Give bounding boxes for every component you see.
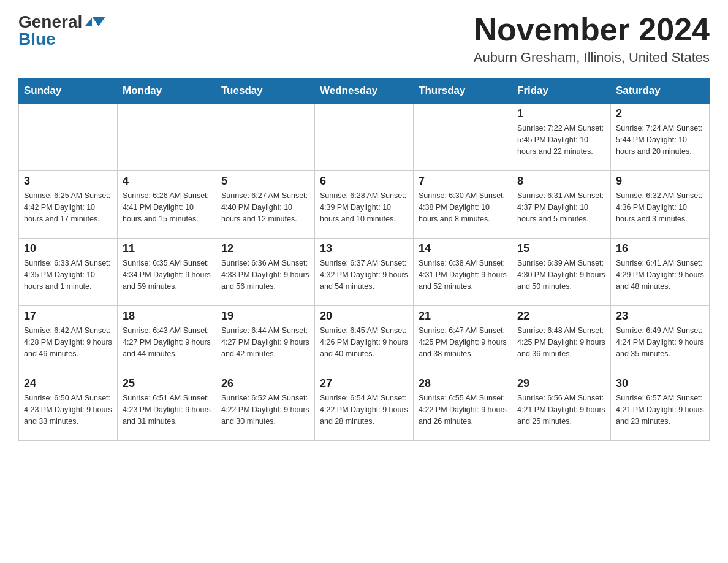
day-number: 7 [419, 175, 507, 188]
calendar-week-row: 1Sunrise: 7:22 AM Sunset: 5:45 PM Daylig… [19, 104, 710, 171]
day-number: 16 [616, 242, 704, 255]
day-info: Sunrise: 6:30 AM Sunset: 4:38 PM Dayligh… [419, 190, 507, 224]
day-number: 10 [24, 242, 112, 255]
day-info: Sunrise: 6:32 AM Sunset: 4:36 PM Dayligh… [616, 190, 704, 224]
day-number: 3 [24, 175, 112, 188]
title-area: November 2024 Auburn Gresham, Illinois, … [474, 12, 710, 66]
day-info: Sunrise: 6:27 AM Sunset: 4:40 PM Dayligh… [221, 190, 309, 224]
calendar-cell [216, 104, 315, 171]
day-number: 14 [419, 242, 507, 255]
day-number: 13 [320, 242, 408, 255]
day-info: Sunrise: 6:26 AM Sunset: 4:41 PM Dayligh… [123, 190, 211, 224]
day-info: Sunrise: 6:44 AM Sunset: 4:27 PM Dayligh… [221, 325, 309, 359]
weekday-header-friday: Friday [512, 79, 611, 104]
weekday-header-monday: Monday [118, 79, 216, 104]
calendar-cell: 8Sunrise: 6:31 AM Sunset: 4:37 PM Daylig… [512, 171, 611, 239]
day-number: 1 [517, 107, 605, 120]
calendar-cell: 28Sunrise: 6:55 AM Sunset: 4:22 PM Dayli… [414, 373, 512, 441]
location-subtitle: Auburn Gresham, Illinois, United States [474, 50, 710, 66]
day-number: 28 [419, 377, 507, 390]
calendar-cell [118, 104, 216, 171]
weekday-header-thursday: Thursday [414, 79, 512, 104]
calendar-cell: 1Sunrise: 7:22 AM Sunset: 5:45 PM Daylig… [512, 104, 611, 171]
month-year-title: November 2024 [474, 12, 710, 47]
day-info: Sunrise: 7:24 AM Sunset: 5:44 PM Dayligh… [616, 123, 704, 157]
calendar-cell: 14Sunrise: 6:38 AM Sunset: 4:31 PM Dayli… [414, 239, 512, 306]
day-info: Sunrise: 6:37 AM Sunset: 4:32 PM Dayligh… [320, 258, 408, 292]
calendar-cell: 30Sunrise: 6:57 AM Sunset: 4:21 PM Dayli… [611, 373, 710, 441]
day-number: 23 [616, 310, 704, 323]
calendar-cell: 3Sunrise: 6:25 AM Sunset: 4:42 PM Daylig… [19, 171, 118, 239]
day-number: 11 [123, 242, 211, 255]
day-number: 8 [517, 175, 605, 188]
day-info: Sunrise: 6:57 AM Sunset: 4:21 PM Dayligh… [616, 393, 704, 427]
day-number: 5 [221, 175, 309, 188]
day-number: 19 [221, 310, 309, 323]
calendar-cell: 19Sunrise: 6:44 AM Sunset: 4:27 PM Dayli… [216, 306, 315, 373]
day-info: Sunrise: 6:25 AM Sunset: 4:42 PM Dayligh… [24, 190, 112, 224]
calendar-cell: 10Sunrise: 6:33 AM Sunset: 4:35 PM Dayli… [19, 239, 118, 306]
svg-marker-0 [92, 17, 105, 26]
calendar-cell: 18Sunrise: 6:43 AM Sunset: 4:27 PM Dayli… [118, 306, 216, 373]
day-number: 20 [320, 310, 408, 323]
calendar-cell: 27Sunrise: 6:54 AM Sunset: 4:22 PM Dayli… [315, 373, 414, 441]
calendar-cell: 25Sunrise: 6:51 AM Sunset: 4:23 PM Dayli… [118, 373, 216, 441]
day-info: Sunrise: 6:47 AM Sunset: 4:25 PM Dayligh… [419, 325, 507, 359]
calendar-week-row: 17Sunrise: 6:42 AM Sunset: 4:28 PM Dayli… [19, 306, 710, 373]
day-info: Sunrise: 6:35 AM Sunset: 4:34 PM Dayligh… [123, 258, 211, 292]
day-info: Sunrise: 6:39 AM Sunset: 4:30 PM Dayligh… [517, 258, 605, 292]
calendar-cell: 17Sunrise: 6:42 AM Sunset: 4:28 PM Dayli… [19, 306, 118, 373]
day-number: 18 [123, 310, 211, 323]
weekday-header-row: SundayMondayTuesdayWednesdayThursdayFrid… [19, 79, 710, 104]
logo-general-text: General [18, 12, 82, 31]
calendar-cell: 6Sunrise: 6:28 AM Sunset: 4:39 PM Daylig… [315, 171, 414, 239]
day-info: Sunrise: 6:36 AM Sunset: 4:33 PM Dayligh… [221, 258, 309, 292]
day-info: Sunrise: 6:41 AM Sunset: 4:29 PM Dayligh… [616, 258, 704, 292]
day-info: Sunrise: 6:54 AM Sunset: 4:22 PM Dayligh… [320, 393, 408, 427]
day-info: Sunrise: 6:31 AM Sunset: 4:37 PM Dayligh… [517, 190, 605, 224]
weekday-header-saturday: Saturday [611, 79, 710, 104]
day-info: Sunrise: 7:22 AM Sunset: 5:45 PM Dayligh… [517, 123, 605, 157]
calendar-cell: 5Sunrise: 6:27 AM Sunset: 4:40 PM Daylig… [216, 171, 315, 239]
calendar-cell: 21Sunrise: 6:47 AM Sunset: 4:25 PM Dayli… [414, 306, 512, 373]
calendar-cell: 13Sunrise: 6:37 AM Sunset: 4:32 PM Dayli… [315, 239, 414, 306]
logo: General Blue [18, 12, 92, 49]
calendar-cell: 4Sunrise: 6:26 AM Sunset: 4:41 PM Daylig… [118, 171, 216, 239]
calendar-cell: 26Sunrise: 6:52 AM Sunset: 4:22 PM Dayli… [216, 373, 315, 441]
weekday-header-tuesday: Tuesday [216, 79, 315, 104]
day-info: Sunrise: 6:38 AM Sunset: 4:31 PM Dayligh… [419, 258, 507, 292]
calendar-cell: 20Sunrise: 6:45 AM Sunset: 4:26 PM Dayli… [315, 306, 414, 373]
calendar-cell [315, 104, 414, 171]
calendar-cell: 24Sunrise: 6:50 AM Sunset: 4:23 PM Dayli… [19, 373, 118, 441]
header: General Blue November 2024 Auburn Gresha… [18, 12, 710, 66]
logo-arrow-icon [85, 18, 92, 26]
day-number: 12 [221, 242, 309, 255]
day-number: 6 [320, 175, 408, 188]
day-info: Sunrise: 6:51 AM Sunset: 4:23 PM Dayligh… [123, 393, 211, 427]
calendar-cell: 23Sunrise: 6:49 AM Sunset: 4:24 PM Dayli… [611, 306, 710, 373]
day-number: 26 [221, 377, 309, 390]
calendar-cell: 12Sunrise: 6:36 AM Sunset: 4:33 PM Dayli… [216, 239, 315, 306]
day-number: 15 [517, 242, 605, 255]
day-number: 27 [320, 377, 408, 390]
day-number: 22 [517, 310, 605, 323]
day-number: 2 [616, 107, 704, 120]
day-number: 25 [123, 377, 211, 390]
calendar-cell: 15Sunrise: 6:39 AM Sunset: 4:30 PM Dayli… [512, 239, 611, 306]
day-info: Sunrise: 6:45 AM Sunset: 4:26 PM Dayligh… [320, 325, 408, 359]
calendar-cell: 11Sunrise: 6:35 AM Sunset: 4:34 PM Dayli… [118, 239, 216, 306]
calendar-cell: 9Sunrise: 6:32 AM Sunset: 4:36 PM Daylig… [611, 171, 710, 239]
calendar-cell: 16Sunrise: 6:41 AM Sunset: 4:29 PM Dayli… [611, 239, 710, 306]
calendar-cell: 29Sunrise: 6:56 AM Sunset: 4:21 PM Dayli… [512, 373, 611, 441]
calendar-cell [414, 104, 512, 171]
calendar-cell: 22Sunrise: 6:48 AM Sunset: 4:25 PM Dayli… [512, 306, 611, 373]
calendar-week-row: 10Sunrise: 6:33 AM Sunset: 4:35 PM Dayli… [19, 239, 710, 306]
logo-blue-text: Blue [18, 29, 56, 49]
weekday-header-wednesday: Wednesday [315, 79, 414, 104]
calendar-cell: 7Sunrise: 6:30 AM Sunset: 4:38 PM Daylig… [414, 171, 512, 239]
day-info: Sunrise: 6:50 AM Sunset: 4:23 PM Dayligh… [24, 393, 112, 427]
day-info: Sunrise: 6:49 AM Sunset: 4:24 PM Dayligh… [616, 325, 704, 359]
day-info: Sunrise: 6:52 AM Sunset: 4:22 PM Dayligh… [221, 393, 309, 427]
calendar-week-row: 3Sunrise: 6:25 AM Sunset: 4:42 PM Daylig… [19, 171, 710, 239]
day-info: Sunrise: 6:43 AM Sunset: 4:27 PM Dayligh… [123, 325, 211, 359]
